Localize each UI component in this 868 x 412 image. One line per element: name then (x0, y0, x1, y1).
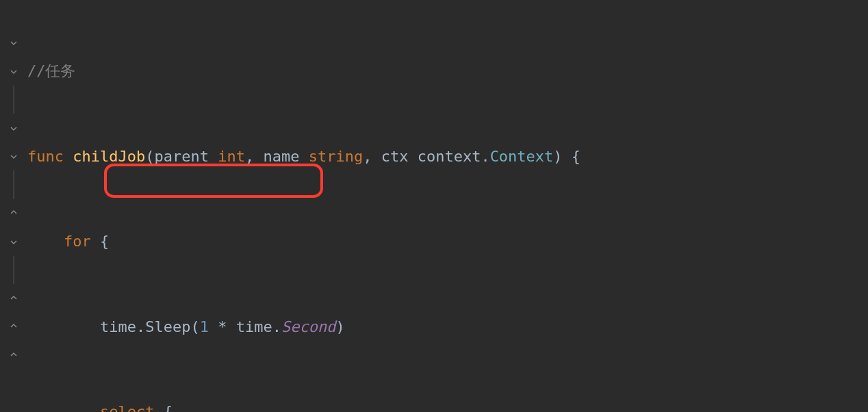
fold-icon[interactable] (9, 66, 18, 76)
fold-end-icon[interactable] (9, 208, 18, 218)
code-area[interactable]: //任务 func childJob(parent int, name stri… (27, 0, 868, 412)
code-line: //任务 (27, 57, 868, 86)
code-line: select { (27, 398, 868, 412)
fold-end-icon[interactable] (9, 294, 18, 303)
fold-icon[interactable] (9, 151, 18, 161)
code-editor[interactable]: //任务 func childJob(parent int, name stri… (0, 0, 868, 412)
fold-icon[interactable] (9, 38, 18, 47)
fold-icon[interactable] (9, 123, 18, 133)
fold-end-icon[interactable] (9, 322, 18, 331)
fold-end-icon[interactable] (9, 350, 18, 360)
code-line: time.Sleep(1 * time.Second) (27, 313, 868, 342)
gutter (0, 0, 27, 412)
fold-icon[interactable] (9, 237, 18, 246)
code-line: for { (27, 227, 868, 256)
code-line: func childJob(parent int, name string, c… (27, 142, 868, 171)
